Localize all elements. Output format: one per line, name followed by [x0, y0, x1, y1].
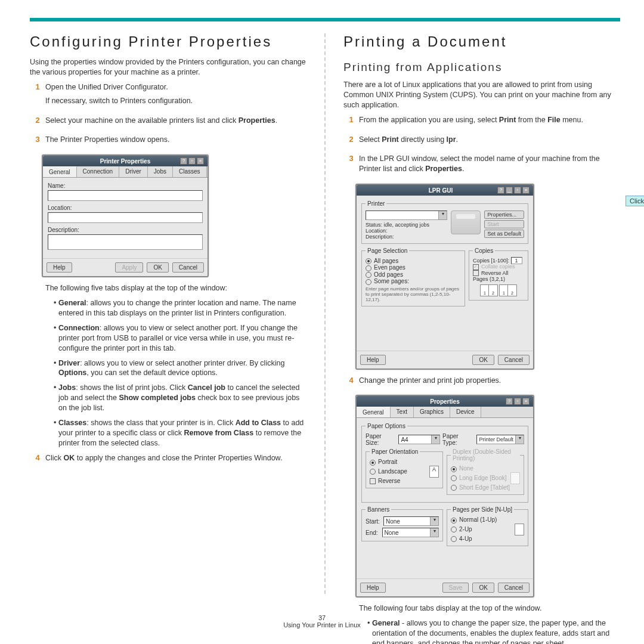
right-intro: There are a lot of Linux applications th… [343, 80, 620, 110]
help-icon[interactable]: ? [497, 187, 504, 194]
help-icon[interactable]: ? [180, 157, 187, 165]
bullet-jobs: Jobs: shows the list of print jobs. Clic… [54, 383, 306, 413]
right-h1: Printing a Document [343, 33, 620, 50]
radio-dshort[interactable] [451, 485, 457, 491]
tab-text[interactable]: Text [391, 407, 414, 417]
status-text: Status: idle, accepting jobs [366, 222, 447, 228]
input-location[interactable] [48, 212, 203, 223]
sel-papertype[interactable]: Printer Default▾ [476, 435, 524, 444]
close-icon[interactable]: × [522, 187, 530, 194]
radio-portrait[interactable] [370, 460, 376, 466]
cancel-button[interactable]: Cancel [498, 583, 530, 593]
help-button[interactable]: Help [360, 583, 386, 593]
lbl-papertype: Paper Type: [442, 433, 474, 446]
radio-even[interactable] [366, 265, 371, 271]
save-button[interactable]: Save [442, 583, 469, 593]
rstep2: Select Print directly using lpr. [359, 135, 620, 145]
cancel-button[interactable]: Cancel [172, 262, 204, 273]
bullet-driver: Driver: allows you to view or select ano… [54, 358, 306, 379]
radio-odd[interactable] [366, 272, 371, 278]
paperopt-legend: Paper Options [366, 423, 407, 429]
lbl-start: Start: [366, 518, 380, 525]
printer-select[interactable]: ▾ [366, 210, 447, 220]
input-name[interactable] [48, 190, 203, 201]
tab-device[interactable]: Device [450, 407, 481, 417]
help-icon[interactable]: ? [506, 398, 513, 405]
lbl-papersize: Paper Size: [366, 433, 396, 446]
hint-text: Enter page numbers and/or groups of page… [366, 286, 461, 302]
close-icon[interactable]: × [522, 398, 530, 405]
chk-reverse[interactable] [473, 270, 479, 276]
radio-4up[interactable] [451, 536, 457, 542]
win3-title: Properties [384, 398, 506, 405]
max-icon[interactable]: ▫ [514, 398, 521, 405]
tab-connection[interactable]: Connection [77, 166, 120, 177]
cancel-button[interactable]: Cancel [498, 355, 530, 365]
set-default-button[interactable]: Set as Default [484, 230, 524, 238]
column-divider [324, 33, 326, 594]
location-text: Location: [366, 228, 447, 234]
titlebar: Printer Properties ?▫× [43, 156, 208, 166]
r-step-4: 4 [343, 376, 359, 389]
min-icon[interactable]: _ [506, 187, 513, 194]
win3-titlebar: Properties ?▫× [357, 396, 533, 407]
screenshot-printer-properties: Printer Properties ?▫× General Connectio… [42, 154, 306, 277]
ok-button[interactable]: OK [472, 583, 494, 593]
win1-tabs: General Connection Driver Jobs Classes [43, 166, 208, 178]
orient-legend: Paper Orientation [370, 448, 420, 455]
max-icon[interactable]: ▫ [514, 187, 521, 194]
chk-collate[interactable] [473, 264, 479, 270]
step-num-4: 4 [30, 453, 45, 467]
help-button[interactable]: Help [360, 355, 386, 365]
max-icon[interactable]: ▫ [188, 157, 196, 165]
tab-driver[interactable]: Driver [119, 166, 148, 177]
tab-graphics[interactable]: Graphics [414, 407, 450, 417]
bullet-general: General: allows you to change the printe… [54, 298, 306, 318]
sel-start[interactable]: None▾ [383, 516, 439, 526]
sel-papersize[interactable]: A4▾ [398, 435, 440, 444]
page-footer: 37 Using Your Printer in Linux [0, 614, 644, 628]
step2: Select your machine on the available pri… [45, 116, 306, 126]
step-num-2: 2 [30, 116, 45, 129]
step-num-3: 3 [30, 135, 45, 148]
radio-dlong[interactable] [451, 475, 457, 481]
radio-1up[interactable] [451, 518, 457, 524]
start-button[interactable]: Start [484, 220, 524, 228]
right-h2: Printing from Applications [343, 61, 620, 74]
step2c: . [275, 116, 277, 125]
radio-all[interactable] [366, 258, 371, 264]
lbl-name: Name: [48, 182, 203, 189]
win3-tabs: General Text Graphics Device [357, 407, 533, 418]
duplex-preview-icon [510, 472, 520, 484]
apply-button[interactable]: Apply [115, 262, 143, 273]
tab-jobs[interactable]: Jobs [148, 166, 173, 177]
step4: Click OK to apply the changes and close … [45, 453, 306, 463]
radio-dnone[interactable] [451, 466, 457, 472]
left-column: Configuring Printer Properties Using the… [30, 33, 306, 644]
screenshot-lpr-gui: LPR GUI ?_▫× Printer ▾ Status: idle, acc… [355, 184, 620, 369]
radio-some[interactable] [366, 279, 371, 285]
win2-titlebar: LPR GUI ?_▫× [357, 185, 533, 196]
input-description[interactable] [48, 234, 203, 250]
banners-legend: Banners [366, 506, 391, 513]
radio-2up[interactable] [451, 527, 457, 532]
ok-button[interactable]: OK [472, 355, 494, 365]
ok-button[interactable]: OK [147, 262, 168, 273]
lbl-description: Description: [48, 227, 203, 233]
chk-reverse[interactable] [370, 478, 376, 484]
page-number: 37 [0, 614, 644, 621]
tabs-intro: The following five tabs display at the t… [45, 283, 306, 293]
radio-landscape[interactable] [370, 469, 376, 475]
properties-button[interactable]: Properties... [484, 210, 524, 219]
step-num-1: 1 [30, 82, 45, 110]
left-intro: Using the properties window provided by … [30, 57, 306, 78]
help-button[interactable]: Help [47, 262, 72, 273]
sel-end[interactable]: None▾ [382, 528, 439, 537]
close-icon[interactable]: × [197, 157, 204, 165]
pagesel-legend: Page Selection [366, 247, 409, 254]
r-step-3: 3 [343, 154, 359, 178]
tab-general[interactable]: General [357, 407, 391, 417]
r-step-1: 1 [343, 115, 359, 129]
tab-classes[interactable]: Classes [173, 166, 207, 177]
tab-general[interactable]: General [43, 166, 77, 177]
